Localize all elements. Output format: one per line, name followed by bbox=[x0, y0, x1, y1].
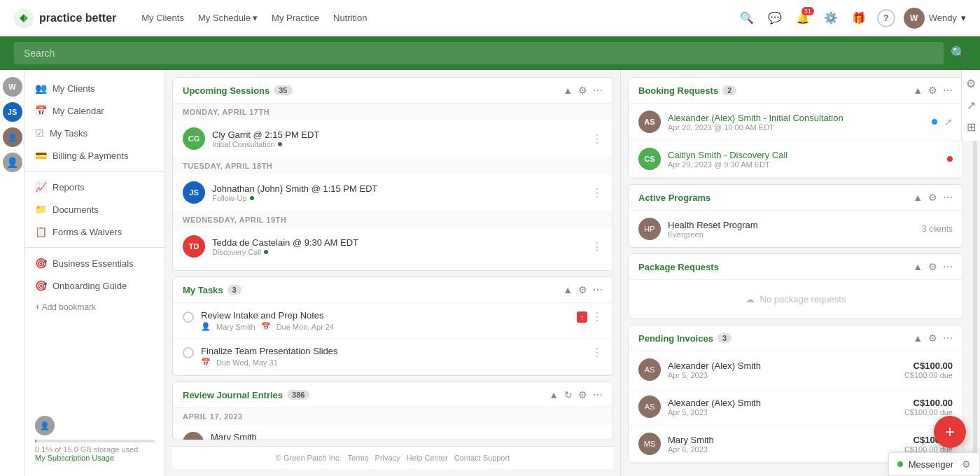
sidebar-item-forms[interactable]: 📋 Forms & Waivers bbox=[25, 220, 164, 243]
active-programs-actions: ▲ ⚙ ⋯ bbox=[913, 192, 953, 203]
add-bookmark-label: + Add bookmark bbox=[35, 302, 96, 312]
task-name-1: Review Intake and Prep Notes bbox=[201, 310, 570, 321]
active-programs-more[interactable]: ⋯ bbox=[943, 192, 953, 203]
forms-icon: 📋 bbox=[35, 226, 47, 237]
gift-nav-button[interactable]: 🎁 bbox=[849, 8, 869, 28]
review-journal-settings[interactable]: ⚙ bbox=[578, 389, 587, 400]
fab-add-button[interactable]: + bbox=[934, 416, 966, 448]
footer-terms[interactable]: Terms bbox=[347, 454, 368, 462]
task-priority-flag-1[interactable]: ↑ bbox=[577, 312, 588, 323]
upcoming-sessions-collapse[interactable]: ▲ bbox=[563, 85, 573, 96]
search-input[interactable] bbox=[14, 42, 944, 64]
session-menu-td[interactable]: ⋮ bbox=[592, 240, 603, 253]
page-footer: © Green Patch Inc. Terms Privacy Help Ce… bbox=[172, 446, 613, 469]
help-nav-button[interactable]: ? bbox=[877, 9, 895, 27]
task-checkbox-2[interactable] bbox=[183, 347, 194, 358]
upcoming-sessions-more[interactable]: ⋯ bbox=[593, 85, 603, 96]
active-programs-settings[interactable]: ⚙ bbox=[928, 192, 937, 203]
messenger-bar[interactable]: Messenger ⚙ bbox=[888, 452, 980, 476]
footer-privacy[interactable]: Privacy bbox=[375, 454, 400, 462]
pending-invoices-collapse[interactable]: ▲ bbox=[913, 332, 923, 344]
package-requests-settings[interactable]: ⚙ bbox=[928, 261, 937, 272]
sidebar-item-my-clients[interactable]: 👥 My Clients bbox=[25, 77, 164, 99]
onboarding-icon: 🎯 bbox=[35, 280, 47, 291]
user-menu-button[interactable]: W Wendy ▾ bbox=[904, 8, 966, 29]
nav-my-clients[interactable]: My Clients bbox=[141, 13, 184, 23]
sidebar-item-documents[interactable]: 📁 Documents bbox=[25, 198, 164, 220]
sidebar-item-business[interactable]: 🎯 Business Essentials bbox=[25, 252, 164, 274]
side-avatar-person2[interactable]: 👤 bbox=[3, 127, 22, 147]
task-menu-2[interactable]: ⋮ bbox=[592, 346, 603, 359]
nav-my-schedule[interactable]: My Schedule bbox=[198, 13, 258, 23]
pending-invoices-title: Pending Invoices 3 bbox=[638, 333, 732, 344]
booking-dot-2 bbox=[947, 156, 953, 162]
right-grid-button[interactable]: ⊞ bbox=[967, 120, 976, 134]
review-journal-refresh[interactable]: ↻ bbox=[564, 389, 573, 400]
session-avatar-cg: CG bbox=[183, 127, 205, 150]
side-avatar-person3[interactable]: 👤 bbox=[3, 153, 22, 172]
notification-button[interactable]: 🔔 31 bbox=[793, 8, 813, 28]
task-info-2: Finalize Team Presentation Slides 📅 Due … bbox=[201, 346, 584, 367]
active-programs-collapse[interactable]: ▲ bbox=[913, 192, 923, 203]
task-info-1: Review Intake and Prep Notes 👤 Mary Smit… bbox=[201, 310, 570, 331]
booking-name-2[interactable]: Caitlyn Smith - Discovery Call bbox=[668, 150, 940, 160]
booking-requests-collapse[interactable]: ▲ bbox=[913, 85, 923, 96]
pending-invoices-widget: Pending Invoices 3 ▲ ⚙ ⋯ AS Alexander (A… bbox=[628, 325, 963, 463]
package-requests-collapse[interactable]: ▲ bbox=[913, 261, 923, 272]
task-menu-1[interactable]: ⋮ bbox=[592, 310, 603, 323]
invoice-info-1: Alexander (Alex) Smith Apr 5, 2023 bbox=[668, 360, 897, 379]
booking-requests-settings[interactable]: ⚙ bbox=[928, 85, 937, 96]
upcoming-sessions-widget: Upcoming Sessions 35 ▲ ⚙ ⋯ MONDAY, APRIL… bbox=[172, 77, 613, 271]
calendar-icon: 📅 bbox=[35, 105, 47, 116]
review-journal-header: Review Journal Entries 386 ▲ ↻ ⚙ ⋯ bbox=[173, 382, 612, 408]
sidebar-item-my-tasks[interactable]: ☑ My Tasks bbox=[25, 122, 164, 144]
sidebar-item-reports[interactable]: 📈 Reports bbox=[25, 176, 164, 198]
booking-requests-more[interactable]: ⋯ bbox=[943, 85, 953, 96]
nav-nutrition[interactable]: Nutrition bbox=[333, 13, 367, 23]
package-requests-more[interactable]: ⋯ bbox=[943, 261, 953, 272]
add-bookmark-button[interactable]: + Add bookmark bbox=[25, 297, 164, 318]
pending-invoices-settings[interactable]: ⚙ bbox=[928, 332, 937, 344]
booking-requests-widget: Booking Requests 2 ▲ ⚙ ⋯ AS Alexander (A… bbox=[628, 77, 963, 178]
booking-item-2: CS Caitlyn Smith - Discovery Call Apr 29… bbox=[629, 141, 962, 178]
session-menu-cg[interactable]: ⋮ bbox=[592, 132, 603, 146]
review-journal-more[interactable]: ⋯ bbox=[593, 389, 603, 400]
search-submit-button[interactable]: 🔍 bbox=[951, 46, 966, 61]
session-menu-js[interactable]: ⋮ bbox=[592, 186, 603, 200]
footer-help[interactable]: Help Center bbox=[407, 454, 448, 462]
sidebar-item-billing[interactable]: 💳 Billing & Payments bbox=[25, 144, 164, 167]
pending-invoices-more[interactable]: ⋯ bbox=[943, 332, 953, 344]
booking-requests-header: Booking Requests 2 ▲ ⚙ ⋯ bbox=[629, 78, 962, 104]
review-journal-count: 386 bbox=[287, 390, 309, 400]
review-journal-collapse[interactable]: ▲ bbox=[549, 389, 559, 400]
task-checkbox-1[interactable] bbox=[183, 312, 194, 323]
my-tasks-collapse[interactable]: ▲ bbox=[563, 284, 573, 295]
right-column: Booking Requests 2 ▲ ⚙ ⋯ AS Alexander (A… bbox=[620, 70, 970, 476]
nav-my-practice[interactable]: My Practice bbox=[272, 13, 319, 23]
logo-icon bbox=[14, 8, 34, 28]
footer-contact[interactable]: Contact Support bbox=[454, 454, 510, 462]
messenger-settings-icon[interactable]: ⚙ bbox=[962, 458, 971, 470]
subscription-link[interactable]: My Subscription Usage bbox=[35, 454, 155, 462]
settings-nav-button[interactable]: ⚙️ bbox=[821, 8, 841, 28]
search-nav-button[interactable]: 🔍 bbox=[737, 8, 757, 28]
sidebar-user-icon[interactable]: 👤 bbox=[35, 416, 55, 435]
my-tasks-label: My Tasks bbox=[183, 285, 223, 295]
sidebar-item-my-calendar[interactable]: 📅 My Calendar bbox=[25, 99, 164, 122]
booking-name-1[interactable]: Alexander (Alex) Smith - Initial Consult… bbox=[668, 113, 925, 123]
sidebar-item-onboarding[interactable]: 🎯 Onboarding Guide bbox=[25, 274, 164, 297]
upcoming-sessions-settings[interactable]: ⚙ bbox=[578, 85, 587, 96]
right-settings-button[interactable]: ⚙ bbox=[966, 77, 976, 90]
review-journal-actions: ▲ ↻ ⚙ ⋯ bbox=[549, 389, 603, 400]
side-avatar-user[interactable]: W bbox=[3, 77, 22, 97]
booking-avatar-1: AS bbox=[638, 111, 661, 133]
my-tasks-settings[interactable]: ⚙ bbox=[578, 284, 587, 295]
chat-nav-button[interactable]: 💬 bbox=[765, 8, 785, 28]
booking-item-1: AS Alexander (Alex) Smith - Initial Cons… bbox=[629, 104, 962, 141]
side-avatar-js[interactable]: JS bbox=[3, 102, 22, 122]
top-nav: practice better My Clients My Schedule M… bbox=[0, 0, 980, 36]
logo-area[interactable]: practice better bbox=[14, 8, 116, 28]
right-export-button[interactable]: ↗ bbox=[967, 99, 976, 112]
invoice-date-1: Apr 5, 2023 bbox=[668, 371, 897, 379]
my-tasks-more[interactable]: ⋯ bbox=[593, 284, 603, 295]
